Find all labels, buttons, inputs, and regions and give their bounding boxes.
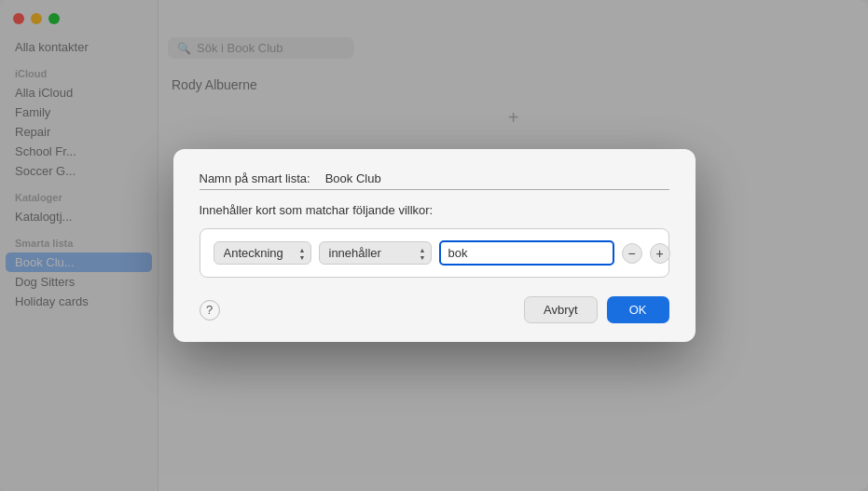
filter-value-input[interactable]	[439, 240, 614, 266]
modal-footer: ? Avbryt OK	[200, 296, 669, 323]
smart-list-name-value: Book Club	[325, 171, 669, 185]
filter-operator-select[interactable]: innehåller innehåller inte är är inte bö…	[319, 241, 432, 265]
filter-operator-wrapper: innehåller innehåller inte är är inte bö…	[319, 241, 432, 265]
ok-button[interactable]: OK	[607, 296, 669, 323]
condition-description: Innehåller kort som matchar följande vil…	[200, 203, 669, 217]
help-button[interactable]: ?	[200, 300, 220, 321]
conditions-box: Anteckning Förnamn Efternamn E-post Tele…	[200, 228, 669, 278]
smart-list-name-row: Namn på smart lista: Book Club	[200, 171, 669, 190]
smart-list-modal: Namn på smart lista: Book Club Innehålle…	[173, 149, 696, 342]
condition-row: Anteckning Förnamn Efternamn E-post Tele…	[214, 240, 655, 266]
remove-condition-button[interactable]: −	[622, 243, 642, 264]
name-label: Namn på smart lista:	[200, 171, 310, 185]
modal-overlay: Namn på smart lista: Book Club Innehålle…	[0, 0, 868, 491]
filter-field-select[interactable]: Anteckning Förnamn Efternamn E-post Tele…	[214, 241, 311, 265]
filter-field-wrapper: Anteckning Förnamn Efternamn E-post Tele…	[214, 241, 311, 265]
footer-buttons: Avbryt OK	[524, 296, 668, 323]
add-condition-button[interactable]: +	[650, 243, 670, 264]
cancel-button[interactable]: Avbryt	[524, 296, 598, 323]
